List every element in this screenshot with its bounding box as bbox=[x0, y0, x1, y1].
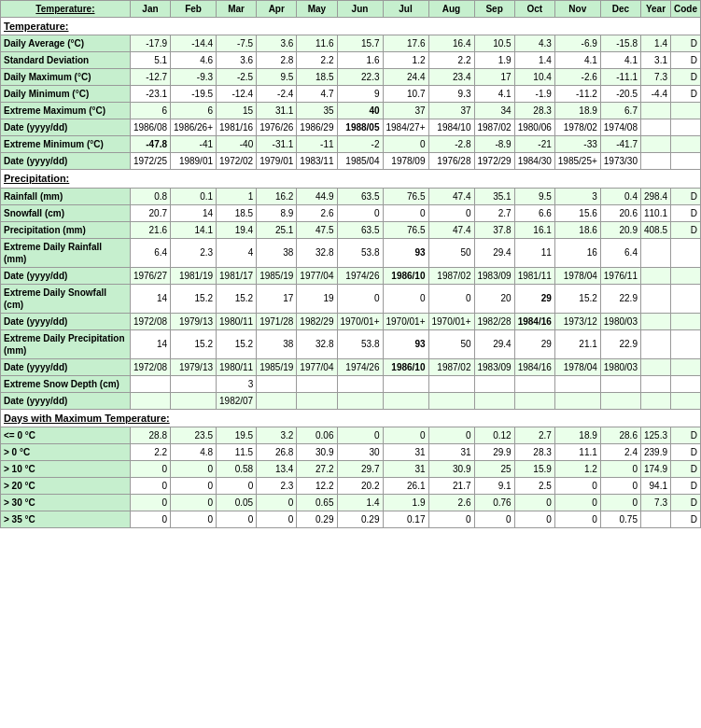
table-cell: 1.4 bbox=[514, 52, 554, 69]
table-cell: D bbox=[671, 52, 701, 69]
table-cell: 0 bbox=[171, 460, 217, 477]
table-cell: 2.2 bbox=[130, 443, 170, 460]
table-cell: 1970/01+ bbox=[383, 313, 428, 329]
table-cell: 0.65 bbox=[297, 494, 337, 511]
table-cell: 0 bbox=[337, 284, 383, 313]
table-cell: 0 bbox=[428, 204, 474, 221]
table-cell: 0 bbox=[337, 204, 383, 221]
table-cell: 15.9 bbox=[514, 460, 554, 477]
table-cell: 53.8 bbox=[337, 238, 383, 267]
table-cell: 0 bbox=[217, 511, 257, 527]
table-cell: 0 bbox=[383, 427, 428, 443]
table-cell: 37 bbox=[383, 103, 428, 119]
table-cell: 2.6 bbox=[428, 494, 474, 511]
table-cell: 18.6 bbox=[554, 221, 600, 238]
table-cell bbox=[640, 136, 670, 153]
table-cell: 0 bbox=[554, 494, 600, 511]
table-cell: 35.1 bbox=[474, 188, 514, 204]
row-label: Daily Average (°C) bbox=[1, 35, 131, 52]
table-cell bbox=[337, 392, 383, 409]
table-cell: 1.4 bbox=[337, 494, 383, 511]
table-cell: 0 bbox=[428, 511, 474, 527]
table-cell: 1986/29 bbox=[297, 119, 337, 136]
table-cell: 1987/02 bbox=[428, 358, 474, 375]
table-cell bbox=[671, 136, 701, 153]
table-cell: D bbox=[671, 427, 701, 443]
table-cell: 50 bbox=[428, 238, 474, 267]
col-may: May bbox=[297, 1, 337, 18]
table-cell: -17.9 bbox=[130, 35, 170, 52]
table-cell: 20.7 bbox=[130, 204, 170, 221]
table-cell: 0 bbox=[383, 284, 428, 313]
table-cell: 1980/11 bbox=[217, 313, 257, 329]
table-cell: 11.6 bbox=[297, 35, 337, 52]
table-cell: 38 bbox=[257, 238, 297, 267]
table-cell: 0.29 bbox=[297, 511, 337, 527]
table-cell bbox=[671, 119, 701, 136]
row-label: Extreme Minimum (°C) bbox=[1, 136, 131, 153]
table-cell: 18.5 bbox=[297, 69, 337, 86]
table-cell: 29.9 bbox=[474, 443, 514, 460]
table-cell bbox=[600, 392, 640, 409]
table-cell: 1 bbox=[217, 188, 257, 204]
table-cell: 1.9 bbox=[474, 52, 514, 69]
table-cell: 20 bbox=[474, 284, 514, 313]
table-cell: 6.6 bbox=[514, 204, 554, 221]
table-cell: 15 bbox=[217, 103, 257, 119]
table-cell: 1986/10 bbox=[383, 358, 428, 375]
table-cell: 0.8 bbox=[130, 188, 170, 204]
table-cell: D bbox=[671, 221, 701, 238]
table-cell: 20.2 bbox=[337, 477, 383, 494]
table-cell: 0 bbox=[600, 477, 640, 494]
row-label: Daily Minimum (°C) bbox=[1, 86, 131, 103]
table-cell: 0 bbox=[130, 477, 170, 494]
table-cell: 40 bbox=[337, 103, 383, 119]
row-label: Date (yyyy/dd) bbox=[1, 119, 131, 136]
table-cell: 1970/01+ bbox=[337, 313, 383, 329]
table-cell: -15.8 bbox=[600, 35, 640, 52]
table-cell: 0 bbox=[130, 511, 170, 527]
table-cell bbox=[297, 392, 337, 409]
table-cell: -12.7 bbox=[130, 69, 170, 86]
table-cell: 1976/11 bbox=[600, 267, 640, 284]
table-cell: 408.5 bbox=[640, 221, 670, 238]
table-cell bbox=[257, 392, 297, 409]
table-cell: 20.9 bbox=[600, 221, 640, 238]
section-header-precipitation: Precipitation: bbox=[1, 170, 701, 188]
row-label: Standard Deviation bbox=[1, 52, 131, 69]
table-cell: 22.9 bbox=[600, 284, 640, 313]
table-cell: 21.6 bbox=[130, 221, 170, 238]
table-cell: -33 bbox=[554, 136, 600, 153]
table-cell: 1.6 bbox=[337, 52, 383, 69]
table-cell: 1976/27 bbox=[130, 267, 170, 284]
table-cell: 2.4 bbox=[600, 443, 640, 460]
table-cell: 2.5 bbox=[514, 477, 554, 494]
table-cell: 1974/26 bbox=[337, 267, 383, 284]
table-cell: 47.4 bbox=[428, 221, 474, 238]
row-label: Extreme Daily Precipitation (mm) bbox=[1, 329, 131, 358]
row-label: > 10 °C bbox=[1, 460, 131, 477]
table-cell: 1979/13 bbox=[171, 313, 217, 329]
table-cell: 174.9 bbox=[640, 460, 670, 477]
table-cell: D bbox=[671, 188, 701, 204]
table-cell: 32.8 bbox=[297, 329, 337, 358]
table-cell: -40 bbox=[217, 136, 257, 153]
table-cell: 3 bbox=[217, 375, 257, 392]
table-cell: 1987/02 bbox=[428, 267, 474, 284]
table-cell: -20.5 bbox=[600, 86, 640, 103]
table-cell: 18.9 bbox=[554, 427, 600, 443]
table-cell: 11.5 bbox=[217, 443, 257, 460]
table-cell: 0.75 bbox=[600, 511, 640, 527]
table-cell bbox=[474, 392, 514, 409]
table-cell: 0 bbox=[171, 511, 217, 527]
table-header-label: Temperature: bbox=[1, 1, 131, 18]
table-cell: 1984/16 bbox=[514, 313, 554, 329]
table-cell: 44.9 bbox=[297, 188, 337, 204]
table-cell: 1981/17 bbox=[217, 267, 257, 284]
table-cell: 1982/29 bbox=[297, 313, 337, 329]
table-cell: 3.2 bbox=[257, 427, 297, 443]
section-header-temperature: Temperature: bbox=[1, 18, 701, 35]
table-cell: 1978/04 bbox=[554, 267, 600, 284]
table-cell: D bbox=[671, 86, 701, 103]
table-cell: 76.5 bbox=[383, 188, 428, 204]
